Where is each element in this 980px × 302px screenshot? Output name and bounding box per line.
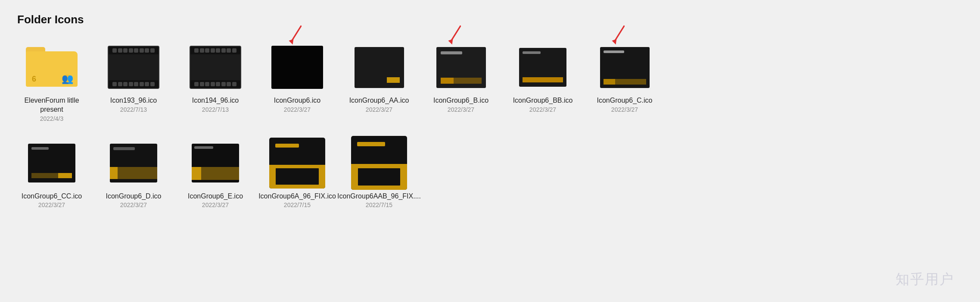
icon-group6-aa-icon <box>355 47 404 88</box>
icon-date: 2022/7/15 <box>284 201 311 208</box>
list-item[interactable]: IconGroup6_B.ico 2022/3/27 <box>426 44 495 122</box>
film-icon <box>108 46 159 89</box>
icon-label: IconGroup6_C.ico <box>597 96 653 105</box>
icon-group6-c-icon <box>600 47 650 88</box>
icon-wrapper <box>351 139 407 187</box>
list-item[interactable]: IconGroup6_BB.ico 2022/3/27 <box>508 44 577 122</box>
icon-e-icon <box>192 144 239 182</box>
icon-fix2-icon <box>351 136 407 190</box>
folder-people-icon: 👥 <box>62 73 73 85</box>
icon-label: IconGroup6_B.ico <box>433 96 488 105</box>
icon-wrapper <box>515 44 571 91</box>
icon-group6-bb-icon <box>519 48 566 87</box>
icon-date: 2022/3/27 <box>448 106 474 113</box>
red-arrow-icon <box>605 24 631 46</box>
icon-label: IconGroup6_D.ico <box>106 192 162 201</box>
folder-yellow-icon: 6 👥 <box>26 47 78 88</box>
icon-date: 2022/7/13 <box>120 106 147 113</box>
icon-date: 2022/7/15 <box>366 201 392 208</box>
icon-wrapper <box>187 44 243 91</box>
list-item[interactable]: IconGroup6_AA.ico 2022/3/27 <box>345 44 414 122</box>
watermark: 知乎用户 <box>896 270 954 289</box>
icon-row-2: IconGroup6_CC.ico 2022/3/27 IconGroup6_D… <box>17 139 963 209</box>
list-item[interactable]: 6 👥 ElevenForum litlle present 2022/4/3 <box>17 44 86 122</box>
icon-label: Icon193_96.ico <box>110 96 157 105</box>
list-item[interactable]: Icon193_96.ico 2022/7/13 <box>99 44 168 122</box>
icon-wrapper <box>106 139 162 187</box>
icon-group6-b-icon <box>436 47 486 88</box>
icon-group6-icon <box>271 46 323 89</box>
icon-date: 2022/3/27 <box>38 201 65 208</box>
svg-marker-3 <box>448 39 453 45</box>
icon-date: 2022/3/27 <box>202 201 229 208</box>
icon-wrapper <box>269 44 325 91</box>
folder-number: 6 <box>32 75 36 84</box>
icon-fix-icon <box>269 138 325 189</box>
list-item[interactable]: IconGroup6AAB_96_FIX.... 2022/7/15 <box>345 139 414 209</box>
svg-marker-1 <box>289 39 293 45</box>
list-item[interactable]: IconGroup6_C.ico 2022/3/27 <box>590 44 659 122</box>
icon-label: ElevenForum litlle present <box>17 96 86 114</box>
icon-date: 2022/3/27 <box>611 106 638 113</box>
icon-date: 2022/3/27 <box>529 106 556 113</box>
svg-marker-5 <box>612 39 616 45</box>
icon-cc-icon <box>28 144 75 182</box>
icon-wrapper <box>351 44 407 91</box>
icon-date: 2022/3/27 <box>284 106 311 113</box>
icon-label: IconGroup6_CC.ico <box>22 192 82 201</box>
icon-label: IconGroup6.ico <box>274 96 321 105</box>
icon-label: Icon194_96.ico <box>192 96 239 105</box>
list-item[interactable]: IconGroup6_D.ico 2022/3/27 <box>99 139 168 209</box>
icon-wrapper <box>433 44 489 91</box>
icon-wrapper <box>24 139 80 187</box>
icon-label: IconGroup6_AA.ico <box>349 96 409 105</box>
icon-row-1: 6 👥 ElevenForum litlle present 2022/4/3 <box>17 44 963 122</box>
icon-date: 2022/3/27 <box>120 201 147 208</box>
icon-wrapper <box>187 139 243 187</box>
red-arrow-icon <box>282 24 308 46</box>
list-item[interactable]: Icon194_96.ico 2022/7/13 <box>181 44 250 122</box>
icon-label: IconGroup6A_96_FIX.ico <box>258 192 336 201</box>
icon-label: IconGroup6AAB_96_FIX.... <box>337 192 421 201</box>
icon-date: 2022/3/27 <box>366 106 392 113</box>
page-title: Folder Icons <box>17 13 963 26</box>
list-item[interactable]: IconGroup6_E.ico 2022/3/27 <box>181 139 250 209</box>
icon-wrapper <box>106 44 162 91</box>
icon-d-icon <box>110 144 157 182</box>
red-arrow-icon <box>442 24 467 46</box>
icon-label: IconGroup6_E.ico <box>188 192 243 201</box>
list-item[interactable]: IconGroup6A_96_FIX.ico 2022/7/15 <box>263 139 332 209</box>
film-icon <box>190 46 241 89</box>
list-item[interactable]: IconGroup6.ico 2022/3/27 <box>263 44 332 122</box>
icon-wrapper: 6 👥 <box>24 44 80 91</box>
icon-label: IconGroup6_BB.ico <box>513 96 573 105</box>
icon-date: 2022/7/13 <box>202 106 229 113</box>
icon-wrapper <box>269 139 325 187</box>
icon-grid: 6 👥 ElevenForum litlle present 2022/4/3 <box>17 44 963 221</box>
icon-wrapper <box>597 44 653 91</box>
list-item[interactable]: IconGroup6_CC.ico 2022/3/27 <box>17 139 86 209</box>
icon-date: 2022/4/3 <box>40 115 64 122</box>
